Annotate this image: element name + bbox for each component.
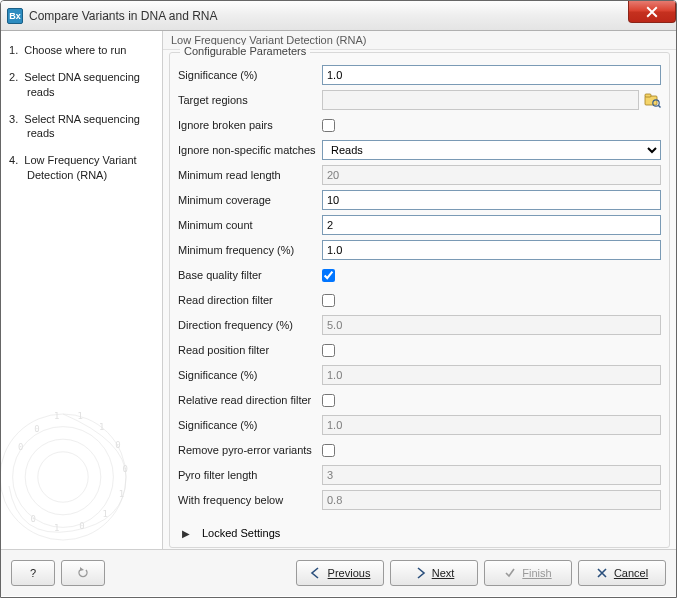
input-min-read-length[interactable] [322, 165, 661, 185]
previous-button[interactable]: Previous [296, 560, 384, 586]
close-button[interactable] [628, 1, 676, 23]
help-button[interactable]: ? [11, 560, 55, 586]
cancel-icon [596, 567, 608, 579]
label-base-quality-filter: Base quality filter [178, 269, 322, 281]
input-target-regions[interactable] [322, 90, 639, 110]
label-relative-read-dir-filter: Relative read direction filter [178, 394, 322, 406]
svg-point-3 [38, 452, 88, 502]
close-icon [646, 6, 658, 18]
content-area: Choose where to run Select DNA sequencin… [1, 31, 676, 550]
wizard-step: Select DNA sequencing reads [9, 70, 156, 100]
reset-button[interactable] [61, 560, 105, 586]
svg-text:0: 0 [34, 424, 39, 434]
input-min-count[interactable] [322, 215, 661, 235]
next-label: Next [432, 567, 455, 579]
label-read-direction-filter: Read direction filter [178, 294, 322, 306]
row-ignore-broken-pairs: Ignore broken pairs [178, 114, 661, 136]
row-target-regions: Target regions [178, 89, 661, 111]
input-min-coverage[interactable] [322, 190, 661, 210]
row-min-count: Minimum count [178, 214, 661, 236]
svg-text:0: 0 [18, 442, 23, 452]
label-ignore-broken-pairs: Ignore broken pairs [178, 119, 322, 131]
svg-text:0: 0 [79, 521, 84, 531]
arrow-right-icon [414, 567, 426, 579]
input-significance-2[interactable] [322, 365, 661, 385]
check-icon [504, 567, 516, 579]
input-min-frequency[interactable] [322, 240, 661, 260]
input-with-freq-below[interactable] [322, 490, 661, 510]
window-title: Compare Variants in DNA and RNA [29, 9, 218, 23]
svg-text:1: 1 [119, 489, 124, 499]
button-bar: ? Previous Next Finish Cancel [1, 550, 676, 596]
row-pyro-filter-length: Pyro filter length [178, 464, 661, 486]
row-remove-pyro: Remove pyro-error variants [178, 439, 661, 461]
cancel-label: Cancel [614, 567, 648, 579]
svg-text:0: 0 [122, 464, 127, 474]
cancel-button[interactable]: Cancel [578, 560, 666, 586]
row-significance-3: Significance (%) [178, 414, 661, 436]
row-with-freq-below: With frequency below [178, 489, 661, 511]
svg-point-0 [1, 414, 126, 540]
label-min-frequency: Minimum frequency (%) [178, 244, 322, 256]
label-significance-3: Significance (%) [178, 419, 322, 431]
locked-settings-toggle[interactable]: ▶ Locked Settings [178, 525, 661, 541]
row-significance-2: Significance (%) [178, 364, 661, 386]
row-min-frequency: Minimum frequency (%) [178, 239, 661, 261]
browse-icon[interactable] [643, 91, 661, 109]
svg-point-2 [25, 439, 101, 515]
row-min-coverage: Minimum coverage [178, 189, 661, 211]
undo-icon [77, 567, 89, 579]
svg-rect-17 [645, 94, 651, 97]
input-significance-3[interactable] [322, 415, 661, 435]
label-min-coverage: Minimum coverage [178, 194, 322, 206]
select-ignore-nonspecific[interactable]: Reads [322, 140, 661, 160]
checkbox-remove-pyro[interactable] [322, 444, 335, 457]
decorative-swirl: 001 110 011 010 [1, 359, 163, 549]
group-title: Configurable Parameters [180, 45, 310, 57]
svg-text:1: 1 [54, 523, 59, 533]
label-target-regions: Target regions [178, 94, 322, 106]
input-direction-frequency[interactable] [322, 315, 661, 335]
checkbox-read-direction-filter[interactable] [322, 294, 335, 307]
input-pyro-filter-length[interactable] [322, 465, 661, 485]
checkbox-ignore-broken-pairs[interactable] [322, 119, 335, 132]
svg-line-19 [658, 105, 660, 107]
svg-text:0: 0 [115, 440, 120, 450]
checkbox-base-quality-filter[interactable] [322, 269, 335, 282]
svg-text:1: 1 [99, 422, 104, 432]
row-base-quality-filter: Base quality filter [178, 264, 661, 286]
row-ignore-nonspecific: Ignore non-specific matches Reads [178, 139, 661, 161]
svg-point-1 [13, 427, 114, 528]
configurable-parameters-group: Configurable Parameters Significance (%)… [169, 52, 670, 548]
wizard-step: Low Frequency Variant Detection (RNA) [9, 153, 156, 183]
row-min-read-length: Minimum read length [178, 164, 661, 186]
label-significance-2: Significance (%) [178, 369, 322, 381]
app-icon: Bx [7, 8, 23, 24]
arrow-left-icon [310, 567, 322, 579]
svg-text:1: 1 [54, 411, 59, 421]
row-read-direction-filter: Read direction filter [178, 289, 661, 311]
label-pyro-filter-length: Pyro filter length [178, 469, 322, 481]
svg-text:0: 0 [31, 514, 36, 524]
wizard-step: Select RNA sequencing reads [9, 112, 156, 142]
locked-settings-label: Locked Settings [202, 527, 280, 539]
label-significance: Significance (%) [178, 69, 322, 81]
next-button[interactable]: Next [390, 560, 478, 586]
svg-text:1: 1 [103, 509, 108, 519]
finish-label: Finish [522, 567, 551, 579]
titlebar: Bx Compare Variants in DNA and RNA [1, 1, 676, 31]
wizard-steps-sidebar: Choose where to run Select DNA sequencin… [1, 31, 163, 549]
input-significance[interactable] [322, 65, 661, 85]
row-relative-read-dir-filter: Relative read direction filter [178, 389, 661, 411]
svg-text:1: 1 [77, 411, 82, 421]
finish-button[interactable]: Finish [484, 560, 572, 586]
checkbox-relative-read-dir-filter[interactable] [322, 394, 335, 407]
label-read-position-filter: Read position filter [178, 344, 322, 356]
help-label: ? [30, 567, 36, 579]
wizard-step-list: Choose where to run Select DNA sequencin… [9, 43, 156, 183]
label-min-read-length: Minimum read length [178, 169, 322, 181]
previous-label: Previous [328, 567, 371, 579]
label-remove-pyro: Remove pyro-error variants [178, 444, 322, 456]
checkbox-read-position-filter[interactable] [322, 344, 335, 357]
label-ignore-nonspecific: Ignore non-specific matches [178, 144, 322, 156]
